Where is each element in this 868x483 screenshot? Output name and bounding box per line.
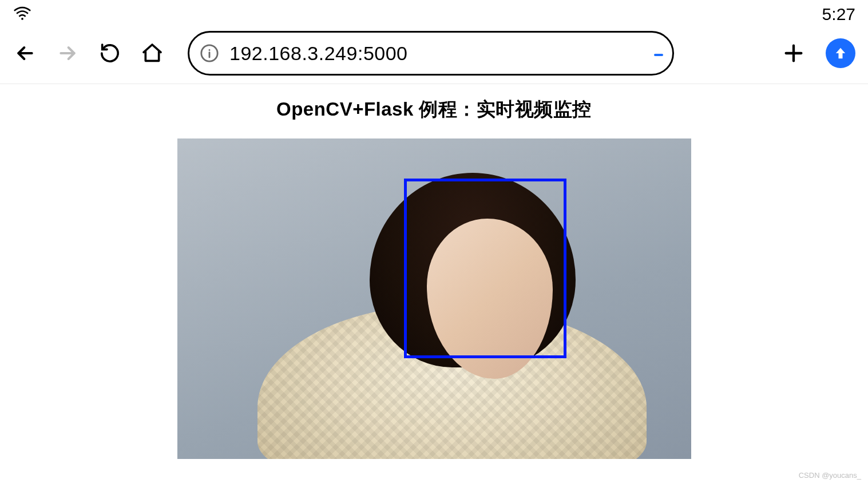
upload-button[interactable] [826,38,855,68]
wifi-icon [13,6,32,23]
site-info-icon[interactable] [200,43,219,63]
url-text: 192.168.3.249:5000 [219,42,659,65]
video-stream [177,138,691,459]
status-time: 5:27 [822,5,855,24]
status-bar: 5:27 [0,0,868,25]
browser-toolbar: 192.168.3.249:5000 [0,25,868,84]
page-title: OpenCV+Flask 例程：实时视频监控 [276,97,592,122]
status-left [13,6,32,23]
forward-button[interactable] [55,41,80,66]
reload-button[interactable] [97,41,122,66]
new-tab-button[interactable] [781,41,806,66]
back-button[interactable] [13,41,38,66]
toolbar-right [781,38,855,68]
status-right: 5:27 [814,5,855,24]
svg-point-0 [21,18,23,20]
home-button[interactable] [140,41,165,66]
watermark: CSDN @youcans_ [799,471,861,480]
page-content: OpenCV+Flask 例程：实时视频监控 [0,84,868,459]
url-bar[interactable]: 192.168.3.249:5000 [188,31,674,76]
face-detection-box [404,179,566,358]
